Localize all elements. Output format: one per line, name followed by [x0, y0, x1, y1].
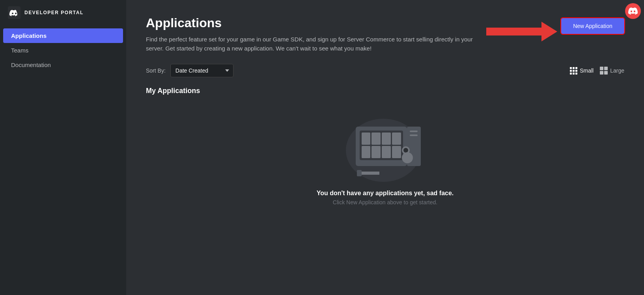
empty-title: You don't have any applications yet, sad…	[317, 190, 454, 197]
sidebar: DEVELOPER PORTAL Applications Teams Docu…	[0, 0, 126, 295]
empty-subtitle: Click New Application above to get start…	[333, 199, 437, 205]
sort-row: Sort By: Date Created Name Last Modified	[146, 64, 624, 77]
red-arrow-annotation	[486, 20, 557, 43]
sidebar-item-documentation[interactable]: Documentation	[3, 58, 123, 72]
discord-mark-icon	[628, 7, 638, 15]
empty-illustration	[338, 119, 433, 182]
view-large-toggle[interactable]: Large	[600, 67, 624, 75]
illus-cylinder	[402, 152, 413, 163]
title-desc-block: Applications Find the perfect feature se…	[146, 16, 486, 53]
view-large-label: Large	[610, 67, 624, 74]
grid-large-icon	[600, 67, 608, 75]
illus-monitor	[356, 127, 407, 166]
header-actions: New Application	[486, 16, 624, 43]
page-title: Applications	[146, 16, 486, 30]
sidebar-nav: Applications Teams Documentation	[0, 28, 126, 72]
sidebar-item-applications[interactable]: Applications	[3, 28, 123, 43]
main-content: Applications Find the perfect feature se…	[126, 0, 644, 295]
view-toggle: Small Large	[570, 67, 624, 75]
sort-label: Sort By:	[146, 67, 166, 74]
top-right-discord-icon[interactable]	[625, 3, 641, 19]
empty-state: You don't have any applications yet, sad…	[146, 111, 624, 213]
section-title: My Applications	[146, 87, 624, 95]
sidebar-item-teams[interactable]: Teams	[3, 43, 123, 58]
sort-select[interactable]: Date Created Name Last Modified	[170, 64, 233, 77]
svg-marker-1	[486, 22, 557, 41]
illus-plug-cable	[360, 172, 379, 175]
discord-logo-icon	[8, 6, 21, 19]
illus-monitor-screen	[360, 131, 403, 160]
grid-small-icon	[570, 67, 577, 75]
sidebar-logo-text: DEVELOPER PORTAL	[24, 10, 84, 15]
illus-plug-prongs	[357, 170, 362, 176]
view-small-toggle[interactable]: Small	[570, 67, 594, 75]
header-row: Applications Find the perfect feature se…	[146, 16, 624, 53]
page-description: Find the perfect feature set for your ga…	[146, 35, 486, 53]
new-application-button[interactable]: New Application	[561, 18, 624, 34]
sidebar-logo: DEVELOPER PORTAL	[0, 0, 126, 25]
view-small-label: Small	[580, 67, 594, 74]
